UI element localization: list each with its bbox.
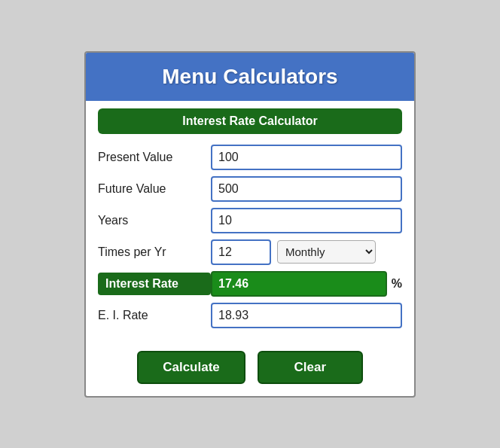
calculator-title: Interest Rate Calculator bbox=[107, 114, 393, 128]
future-value-input[interactable] bbox=[211, 176, 402, 202]
times-per-yr-row: Times per Yr Daily Weekly Monthly Quarte… bbox=[98, 239, 402, 265]
interest-rate-input[interactable] bbox=[211, 271, 387, 297]
present-value-label: Present Value bbox=[98, 151, 211, 164]
compound-frequency-select[interactable]: Daily Weekly Monthly Quarterly Semi-Annu… bbox=[277, 240, 376, 264]
future-value-label: Future Value bbox=[98, 182, 211, 196]
calculate-button[interactable]: Calculate bbox=[137, 351, 245, 384]
clear-button[interactable]: Clear bbox=[258, 351, 363, 384]
ei-rate-row: E. I. Rate bbox=[98, 303, 402, 328]
present-value-row: Present Value bbox=[98, 145, 402, 170]
percent-symbol: % bbox=[392, 277, 402, 291]
times-per-yr-input[interactable] bbox=[211, 239, 271, 265]
button-row: Calculate Clear bbox=[86, 343, 414, 396]
interest-rate-label: Interest Rate bbox=[98, 273, 211, 295]
years-row: Years bbox=[98, 208, 402, 233]
interest-rate-row: Interest Rate % bbox=[98, 271, 402, 297]
ei-rate-label: E. I. Rate bbox=[98, 309, 211, 322]
years-label: Years bbox=[98, 214, 211, 227]
header-section: Menu Calculators bbox=[86, 53, 414, 101]
times-per-yr-label: Times per Yr bbox=[98, 245, 211, 259]
form-area: Present Value Future Value Years Times p… bbox=[86, 139, 414, 343]
sub-header-section: Interest Rate Calculator bbox=[98, 108, 402, 134]
present-value-input[interactable] bbox=[211, 145, 402, 170]
calculator-container: Menu Calculators Interest Rate Calculato… bbox=[84, 51, 416, 398]
years-input[interactable] bbox=[211, 208, 402, 233]
future-value-row: Future Value bbox=[98, 176, 402, 202]
ei-rate-input[interactable] bbox=[211, 303, 402, 328]
app-title: Menu Calculators bbox=[101, 65, 399, 89]
